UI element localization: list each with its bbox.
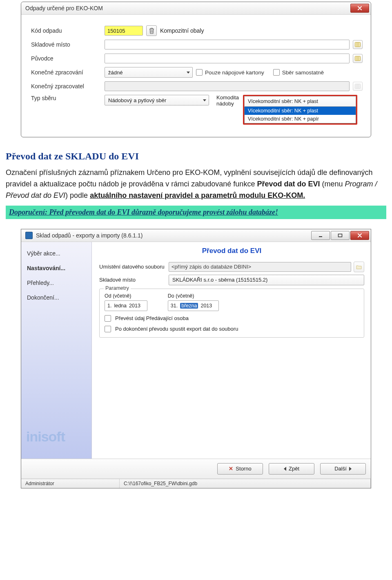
select-skladove-misto[interactable]: SKLÁDKAŘI s.r.o - sběrna (15151515.2) [169, 275, 364, 285]
wizard-step-vyber-akce[interactable]: Výběr akce... [21, 246, 91, 261]
titlebar: Odpady určené pro EKO-KOM [21, 2, 371, 15]
label-skladove-misto: Skladové místo [31, 41, 105, 48]
list-icon [355, 56, 361, 61]
label-kod-odpadu: Kód odpadu [31, 27, 105, 34]
select-value: SKLÁDKAŘI s.r.o - sběrna (15151515.2) [172, 277, 267, 283]
minimize-button[interactable] [311, 231, 330, 240]
list-icon [355, 42, 361, 47]
brand-logo: inisoft [26, 429, 65, 445]
input-puvodce[interactable] [105, 54, 350, 63]
select-value: Nádobový a pytlový sběr [108, 97, 166, 103]
checkbox-prevest-predavajici[interactable]: Převést údaj Předávající osoba [105, 315, 359, 322]
trash-icon [149, 28, 154, 34]
input-skladove-misto[interactable] [105, 40, 350, 49]
dropdown-option[interactable]: Vícekomoditní sběr: NK + papír [245, 115, 356, 123]
select-konecne-zpracovani[interactable]: žádné [105, 67, 193, 78]
folder-open-icon [356, 264, 362, 269]
wizard-step-dokonceni[interactable]: Dokončení... [21, 290, 91, 305]
chevron-down-icon [187, 72, 190, 74]
body-text: Převod dat ze SKLADU do EVI Označení pří… [6, 149, 386, 202]
x-icon: ✕ [229, 466, 233, 472]
svg-rect-13 [339, 234, 342, 237]
checkbox-po-dokonceni-export[interactable]: Po dokončení převodu spustit export dat … [105, 326, 359, 332]
close-icon [357, 233, 362, 237]
status-user: Administrátor [21, 479, 120, 488]
wizard-step-nastavovani[interactable]: Nastavování... [21, 261, 91, 275]
dropdown-list: Vícekomoditní sběr: NK + plast Vícekomod… [244, 107, 356, 123]
wizard-step-prehledy[interactable]: Přehledy... [21, 275, 91, 290]
checkbox-icon [105, 315, 111, 322]
clear-kod-button[interactable] [146, 25, 157, 36]
checkbox-icon [105, 326, 111, 332]
checkbox-sber-samostatne[interactable]: Sběr samostatně [273, 69, 324, 76]
lookup-puvodce-button[interactable] [353, 54, 363, 63]
date-from[interactable]: 1. ledna 2013 [105, 300, 147, 311]
browse-file-button [354, 262, 364, 272]
label-komodita-nadoby: Komodita nádoby [216, 95, 239, 107]
checkbox-icon [273, 69, 280, 76]
dialog-sklad-export-import: Sklad odpadů - exporty a importy (8.6.1.… [21, 229, 371, 488]
label-puvodce: Původce [31, 55, 105, 62]
chevron-down-icon [203, 99, 206, 101]
section-heading: Převod dat ze SKLADU do EVI [6, 149, 386, 164]
lookup-skladove-misto-button[interactable] [353, 40, 363, 49]
arrow-left-icon [284, 467, 286, 471]
status-path: C:\!\167ofiko_FB25_FW\dbini.gdb [120, 479, 371, 488]
list-icon [355, 84, 361, 89]
kod-description: Kompozitní obaly [160, 27, 204, 34]
fieldset-parametry: Parametry Od (včetně) 1. ledna 2013 [99, 289, 364, 338]
label-konecny-zpracovatel: Konečný zpracovatel [31, 83, 105, 90]
checkbox-napojove-kartony[interactable]: Pouze nápojové kartony [196, 69, 264, 76]
label-date-od: Od (včetně) [105, 293, 147, 299]
zpet-button[interactable]: Zpět [269, 463, 314, 475]
input-umisteni: <přímý zápis do databáze DBINI> [169, 262, 351, 272]
highlight-box: Vícekomoditní sběr: NK + plast Vícekomod… [243, 95, 357, 125]
label-skladove-misto: Skladové místo [99, 277, 169, 283]
label-typ-sberu: Typ sběru [31, 95, 105, 101]
input-konecny-zpracovatel [105, 81, 350, 91]
dialog-odpady-ekokom: Odpady určené pro EKO-KOM Kód odpadu 150… [21, 2, 371, 137]
label-date-do: Do (včetně) [168, 293, 219, 299]
svg-rect-12 [319, 236, 322, 237]
select-value: žádné [108, 69, 122, 76]
select-value: Vícekomoditní sběr: NK + plast [248, 99, 318, 104]
wizard-button-bar: ✕ Storno Zpět Další [21, 459, 371, 479]
storno-button[interactable]: ✕ Storno [217, 463, 263, 475]
status-bar: Administrátor C:\!\167ofiko_FB25_FW\dbin… [21, 479, 371, 488]
minimize-icon [318, 233, 323, 237]
maximize-icon [338, 233, 343, 237]
arrow-right-icon [349, 467, 352, 471]
label-umisteni: Umístění datového souboru [99, 264, 169, 270]
dalsi-button[interactable]: Další [320, 463, 366, 475]
maximize-button[interactable] [331, 231, 350, 240]
wizard-sidebar: Výběr akce... Nastavování... Přehledy...… [21, 242, 92, 459]
window-title: Odpady určené pro EKO-KOM [25, 5, 103, 11]
recommendation-bar: Doporučení: Před převodem dat do EVI důr… [6, 206, 386, 219]
close-button[interactable] [350, 231, 369, 240]
page-title: Převod dat do EVI [99, 247, 364, 255]
close-icon [357, 6, 362, 10]
lookup-zpracovatel-button [353, 82, 363, 91]
app-icon [25, 232, 33, 239]
input-kod-odpadu[interactable]: 150105 [105, 26, 143, 36]
select-typ-sberu[interactable]: Nádobový a pytlový sběr [105, 95, 209, 105]
dropdown-option[interactable]: Vícekomoditní sběr: NK + plast [245, 107, 356, 115]
label-konecne-zpracovani: Konečné zpracování [31, 69, 105, 76]
titlebar: Sklad odpadů - exporty a importy (8.6.1.… [21, 229, 371, 242]
select-komodita-nadoby[interactable]: Vícekomoditní sběr: NK + plast [244, 96, 356, 107]
fieldset-legend: Parametry [104, 285, 131, 291]
date-to[interactable]: 31. března 2013 [168, 300, 219, 311]
close-button[interactable] [350, 4, 369, 13]
window-title: Sklad odpadů - exporty a importy (8.6.1.… [36, 232, 143, 239]
checkbox-icon [196, 69, 203, 76]
